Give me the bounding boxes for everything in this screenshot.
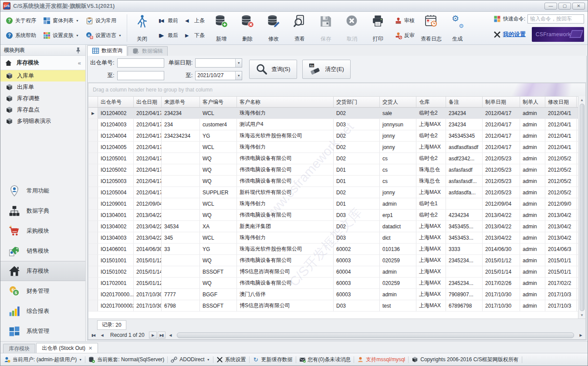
- table-row[interactable]: IO17020012015/01/12WQ伟强电脑设备有限公司600030202…: [88, 278, 585, 289]
- cell[interactable]: 2012/05/2: [545, 153, 577, 164]
- cell[interactable]: 2013/04/22: [483, 221, 520, 232]
- cell[interactable]: 2012/05/23: [483, 153, 520, 164]
- table-row[interactable]: ▶IO12040022012/04/17234234WCL珠海伟创力D02sal…: [88, 108, 585, 119]
- cell[interactable]: D01: [334, 176, 380, 186]
- sidebar-item-stock-count[interactable]: 库存盘点: [0, 104, 85, 115]
- cell[interactable]: admin: [520, 300, 545, 311]
- cell[interactable]: dict: [380, 232, 416, 243]
- pin-icon[interactable]: [74, 47, 82, 54]
- cell[interactable]: admin: [520, 130, 545, 141]
- cell[interactable]: 2015/01/14: [483, 266, 520, 277]
- table-row[interactable]: IO20170000...2017/10/307777BGGF澳门八佰伴6000…: [88, 289, 585, 300]
- cell[interactable]: 上海MAX: [416, 244, 446, 254]
- group-by-panel[interactable]: Drag a column header here to group by th…: [88, 83, 585, 96]
- cell[interactable]: 珠海伟创力: [237, 198, 334, 209]
- cell[interactable]: admin: [520, 153, 545, 164]
- cell[interactable]: 2014/06/30: [134, 244, 162, 254]
- cell[interactable]: 2012/09/04: [134, 198, 162, 209]
- cell[interactable]: 珠海远光软件股份有限公司: [237, 244, 334, 254]
- cell[interactable]: IO2017000002: [98, 300, 134, 311]
- nav-first-button[interactable]: ▮◀: [89, 332, 97, 339]
- cell[interactable]: admin: [520, 108, 545, 119]
- column-header[interactable]: 来源单号: [162, 97, 200, 107]
- cell[interactable]: IO1304003: [98, 232, 134, 243]
- table-row[interactable]: IO12040042012/04/17234234234YG珠海远光软件股份有限…: [88, 130, 585, 142]
- cell[interactable]: D01: [334, 198, 380, 209]
- doc-tab-inventory-module[interactable]: 库存模块: [3, 344, 35, 353]
- cell[interactable]: 010136: [380, 244, 416, 254]
- cell[interactable]: IO1205001: [98, 153, 134, 164]
- cell[interactable]: WQ: [200, 278, 237, 288]
- cell[interactable]: [446, 198, 483, 209]
- cell[interactable]: IO1205002: [98, 164, 134, 175]
- delete-button[interactable]: 删除: [236, 14, 259, 43]
- cell[interactable]: 2013/04/22: [134, 210, 162, 220]
- status-system-settings[interactable]: 系统设置: [216, 356, 246, 363]
- table-row[interactable]: IO14060012014/06/3033YG珠海远光软件股份有限公司60002…: [88, 244, 585, 255]
- chevron-down-icon[interactable]: ▼: [235, 59, 242, 67]
- cell[interactable]: admin: [380, 266, 416, 277]
- cell[interactable]: D03: [334, 210, 380, 220]
- cell[interactable]: asdf2342...: [446, 153, 483, 164]
- cell[interactable]: admin: [520, 176, 545, 186]
- cell[interactable]: 伟强电脑设备有限公司: [237, 164, 334, 175]
- cell[interactable]: erp1: [380, 210, 416, 220]
- cell[interactable]: admin: [520, 244, 545, 254]
- help-button[interactable]: ? 系统帮助: [4, 31, 38, 40]
- cell[interactable]: 珠海伟创力: [237, 232, 334, 243]
- cell[interactable]: 2012/05/2: [545, 164, 577, 175]
- bill-date-from-combo[interactable]: ▼: [195, 58, 242, 68]
- cell[interactable]: IO1204002: [98, 108, 134, 119]
- cell[interactable]: jonny: [380, 142, 416, 152]
- save-button[interactable]: 保存: [314, 14, 337, 43]
- cell[interactable]: 2015/01/1: [545, 266, 577, 277]
- cell[interactable]: [162, 187, 200, 198]
- cell[interactable]: 2012/04/17: [483, 119, 520, 130]
- scroll-up-icon[interactable]: ▲: [580, 96, 584, 103]
- view-button[interactable]: 查看: [288, 14, 311, 43]
- vertical-scrollbar[interactable]: ▲ ▼: [578, 96, 585, 319]
- cell[interactable]: 新科现代软件有限公司: [237, 187, 334, 198]
- cell[interactable]: 60003: [334, 278, 380, 288]
- cell[interactable]: 珠海远光软件股份有限公司: [237, 130, 334, 141]
- prev-record-button[interactable]: ◀上条: [183, 17, 206, 25]
- cell[interactable]: 020259: [380, 278, 416, 288]
- cell[interactable]: admin: [520, 221, 545, 232]
- cell[interactable]: IO1209001: [98, 198, 134, 209]
- table-row[interactable]: IO15010012015/01/12WQ伟强电脑设备有限公司600030202…: [88, 255, 585, 266]
- cell[interactable]: 2014/06/3: [545, 244, 577, 254]
- cell[interactable]: 上海MAX: [416, 289, 446, 300]
- cell[interactable]: 上海MAX: [416, 232, 446, 243]
- status-current-user[interactable]: 当前用户: (admin-超级用户)▼: [4, 356, 82, 363]
- cell[interactable]: 2012/04/17: [134, 187, 162, 198]
- cell[interactable]: [446, 266, 483, 277]
- cell[interactable]: 2017/10/30: [134, 289, 162, 300]
- cell[interactable]: 伟强电脑设备有限公司: [237, 176, 334, 186]
- skin-button[interactable]: 设置皮肤▼: [41, 31, 81, 40]
- cell[interactable]: 上海MAX: [416, 119, 446, 130]
- cell[interactable]: 2015/01/12: [483, 255, 520, 266]
- cell[interactable]: 345345345: [446, 130, 483, 141]
- doc-tab-stock-out[interactable]: 出仓单 (Stock Out) ✕: [36, 343, 98, 353]
- cell[interactable]: IO1205003: [98, 176, 134, 186]
- column-header[interactable]: 备注: [446, 97, 483, 107]
- cell[interactable]: 博S信息咨询有限公司: [237, 300, 334, 311]
- cell[interactable]: WQ: [200, 210, 237, 220]
- cell[interactable]: 上海MAX: [416, 255, 446, 266]
- cell[interactable]: 珠海伟创力: [237, 142, 334, 152]
- cell[interactable]: 上海MAX: [416, 187, 446, 198]
- close-form-button[interactable]: 关闭: [131, 14, 153, 43]
- cell[interactable]: 234234: [446, 108, 483, 119]
- cell[interactable]: admin: [520, 119, 545, 130]
- cell[interactable]: 2012/05/23: [483, 187, 520, 198]
- clear-button[interactable]: Aa 清空(E): [302, 60, 351, 79]
- cell[interactable]: 4234234: [446, 210, 483, 220]
- module-common-functions[interactable]: 常用功能: [0, 181, 85, 201]
- cell[interactable]: 3333: [446, 244, 483, 254]
- table-row[interactable]: IO20170000022017/10/306798BSSOFT博S信息咨询有限…: [88, 300, 585, 312]
- cell[interactable]: 7908907...: [446, 289, 483, 300]
- module-inventory[interactable]: 库存模块: [0, 261, 85, 281]
- cell[interactable]: BSSOFT: [200, 266, 237, 277]
- column-header[interactable]: 客户名称: [237, 97, 334, 107]
- cell[interactable]: 2017/10/30: [483, 300, 520, 311]
